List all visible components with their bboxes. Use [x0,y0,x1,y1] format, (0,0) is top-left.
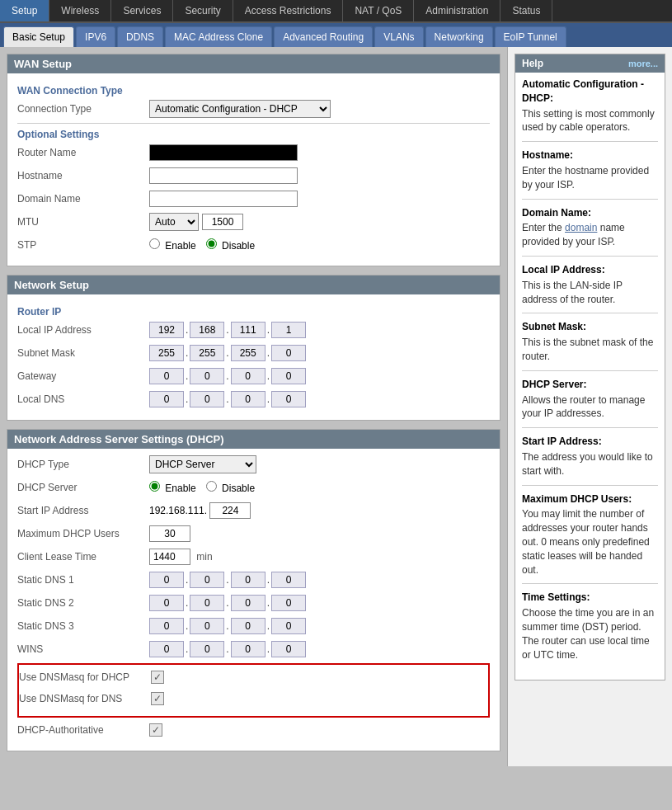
dhcp-enable-radio[interactable] [149,481,160,492]
local-dns-3[interactable] [231,391,266,407]
nav-tab-services[interactable]: Services [111,0,173,21]
sdns3-1[interactable] [149,618,184,634]
sdns1-1[interactable] [149,572,184,588]
subnet-3[interactable] [231,345,266,361]
sdns3-4[interactable] [271,618,306,634]
sub-tab-networking[interactable]: Networking [425,26,493,47]
sub-tab-ddns[interactable]: DDNS [117,26,163,47]
conn-type-select[interactable]: Automatic Configuration - DHCP Static IP… [149,100,331,118]
wins-1[interactable] [149,641,184,657]
conn-type-row: Connection Type Automatic Configuration … [17,100,490,118]
help-item-subnet-text: This is the subnet mask of the router. [522,336,658,364]
gateway-4[interactable] [271,368,306,384]
wan-setup-content: WAN Connection Type Connection Type Auto… [7,73,500,266]
max-users-value [149,525,490,542]
optional-settings-label: Optional Settings [17,129,490,140]
static-dns3-label: Static DNS 3 [17,620,149,632]
lease-time-unit: min [196,551,212,563]
gateway-1[interactable] [149,368,184,384]
local-dns-4[interactable] [271,391,306,407]
wan-setup-header: WAN Setup [7,54,500,73]
sub-tab-vlans[interactable]: VLANs [374,26,423,47]
subnet-4[interactable] [271,345,306,361]
sdns1-4[interactable] [271,572,306,588]
nav-tab-access-restrictions[interactable]: Access Restrictions [233,0,344,21]
local-ip-4[interactable] [271,322,306,338]
wins-4[interactable] [271,641,306,657]
dhcp-disable-radio[interactable] [206,481,217,492]
sdns3-2[interactable] [190,618,224,634]
help-item-max-dhcp-title: Maximum DHCP Users: [522,492,658,506]
dhcp-enable-label[interactable]: Enable [149,481,196,494]
dnsmasq-dhcp-checkbox[interactable] [151,671,164,684]
help-item-local-ip-title: Local IP Address: [522,263,658,277]
start-ip-last[interactable] [209,502,251,519]
dhcp-type-select[interactable]: DHCP Server DHCP Forwarder Disabled [149,455,256,473]
mtu-value: Auto Manual [149,213,490,231]
local-ip-field: . . . [149,322,490,338]
mtu-mode-select[interactable]: Auto Manual [149,213,199,231]
sub-tab-basic-setup[interactable]: Basic Setup [3,26,74,47]
help-more-link[interactable]: more... [628,59,658,68]
local-ip-2[interactable] [190,322,224,338]
local-dns-2[interactable] [190,391,224,407]
local-dns-field: . . . [149,391,490,407]
max-users-input[interactable] [149,525,190,542]
wins-3[interactable] [231,641,266,657]
help-item-local-ip: Local IP Address: This is the LAN-side I… [522,263,658,313]
router-name-input[interactable] [149,144,298,161]
local-ip-1[interactable] [149,322,184,338]
stp-enable-radio[interactable] [149,238,160,249]
start-ip-label: Start IP Address [17,505,149,516]
gateway-2[interactable] [190,368,224,384]
lease-time-input[interactable] [149,549,190,565]
nav-tab-status[interactable]: Status [500,0,552,21]
nav-tab-administration[interactable]: Administration [414,0,500,21]
help-item-time-text: Choose the time you are in an summer tim… [522,606,658,662]
local-dns-1[interactable] [149,391,184,407]
help-header: Help more... [515,54,665,73]
dhcp-authoritative-checkbox[interactable] [149,723,162,737]
nav-tab-security[interactable]: Security [173,0,233,21]
wins-2[interactable] [190,641,224,657]
sdns2-2[interactable] [190,595,224,611]
subnet-2[interactable] [190,345,224,361]
nav-tab-setup[interactable]: Setup [0,0,49,21]
stp-row: STP Enable Disable [17,236,490,254]
sub-tab-advanced-routing[interactable]: Advanced Routing [274,26,373,47]
stp-enable-label[interactable]: Enable [149,238,196,252]
sub-tab-mac-address-clone[interactable]: MAC Address Clone [165,26,272,47]
sdns1-3[interactable] [231,572,266,588]
domain-link[interactable]: domain [565,222,597,233]
gateway-3[interactable] [231,368,266,384]
stp-disable-label[interactable]: Disable [206,238,255,252]
sdns3-3[interactable] [231,618,266,634]
sdns2-3[interactable] [231,595,266,611]
hostname-input[interactable] [149,167,298,184]
dhcp-section: Network Address Server Settings (DHCP) D… [7,429,500,751]
dhcp-disable-label[interactable]: Disable [206,481,255,494]
sub-tab-ipv6[interactable]: IPV6 [76,26,115,47]
sdns2-1[interactable] [149,595,184,611]
dnsmasq-dhcp-value [151,671,488,684]
sub-tab-eoip-tunnel[interactable]: EoIP Tunnel [495,26,566,47]
local-ip-3[interactable] [231,322,266,338]
dnsmasq-dns-checkbox[interactable] [151,692,164,705]
subnet-1[interactable] [149,345,184,361]
max-users-label: Maximum DHCP Users [17,528,149,539]
sdns1-2[interactable] [190,572,224,588]
mtu-value-input[interactable] [202,214,243,230]
top-nav: Setup Wireless Services Security Access … [0,0,672,23]
help-panel: Help more... Automatic Configuration - D… [507,47,672,766]
dhcp-server-row: DHCP Server Enable Disable [17,478,490,497]
static-dns3-value: . . . [149,618,490,634]
stp-disable-radio[interactable] [206,238,217,249]
help-item-dhcp-server-text: Allows the router to manage your IP addr… [522,393,658,421]
domain-name-input[interactable] [149,191,298,207]
domain-name-value [149,191,490,207]
sdns2-4[interactable] [271,595,306,611]
nav-tab-wireless[interactable]: Wireless [49,0,111,21]
nav-tab-nat-qos[interactable]: NAT / QoS [343,0,414,21]
dhcp-header: Network Address Server Settings (DHCP) [7,430,500,449]
help-item-start-ip: Start IP Address: The address you would … [522,435,658,485]
